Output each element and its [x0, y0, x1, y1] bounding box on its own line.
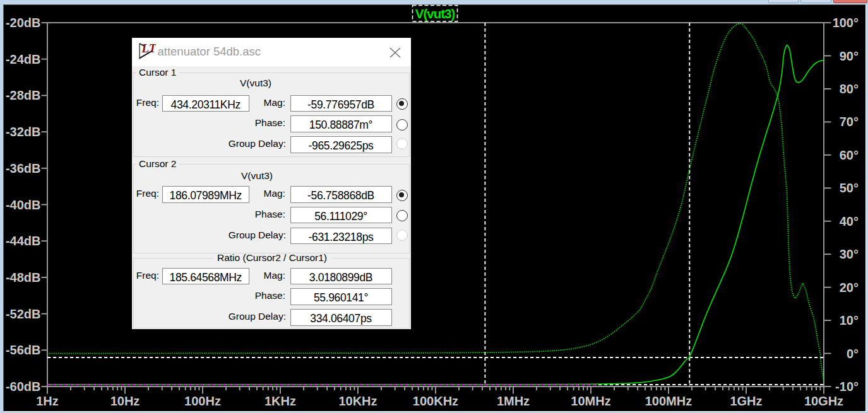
svg-text:90°: 90°: [840, 49, 859, 63]
svg-text:1MHz: 1MHz: [497, 394, 530, 408]
svg-text:-60dB: -60dB: [6, 380, 41, 393]
svg-text:10KHz: 10KHz: [338, 394, 377, 408]
svg-text:-44dB: -44dB: [6, 234, 41, 248]
svg-text:-36dB: -36dB: [6, 161, 41, 175]
svg-text:LT: LT: [141, 43, 157, 55]
svg-text:-48dB: -48dB: [6, 270, 41, 284]
svg-text:1Hz: 1Hz: [36, 394, 59, 408]
svg-text:-52dB: -52dB: [6, 307, 41, 321]
svg-text:40°: 40°: [840, 214, 859, 228]
svg-text:30°: 30°: [840, 247, 859, 261]
svg-text:-56dB: -56dB: [6, 343, 41, 357]
svg-text:-40dB: -40dB: [6, 198, 41, 212]
svg-text:0°: 0°: [847, 347, 859, 361]
svg-text:-20dB: -20dB: [6, 16, 41, 30]
svg-text:70°: 70°: [840, 115, 859, 129]
svg-text:V(vut3): V(vut3): [415, 6, 455, 21]
svg-text:10GHz: 10GHz: [804, 394, 843, 408]
svg-text:-28dB: -28dB: [6, 88, 41, 102]
svg-text:10MHz: 10MHz: [571, 394, 610, 408]
svg-text:60°: 60°: [840, 148, 859, 162]
svg-text:10°: 10°: [840, 313, 859, 327]
svg-text:10Hz: 10Hz: [110, 394, 140, 408]
svg-text:1KHz: 1KHz: [265, 394, 296, 408]
svg-text:-10°: -10°: [835, 380, 859, 393]
svg-text:-32dB: -32dB: [6, 125, 41, 139]
svg-text:50°: 50°: [840, 181, 859, 195]
svg-text:100KHz: 100KHz: [413, 394, 458, 408]
svg-text:100Hz: 100Hz: [184, 394, 221, 408]
svg-text:100°: 100°: [833, 16, 859, 30]
svg-text:100MHz: 100MHz: [645, 394, 692, 408]
svg-text:20°: 20°: [840, 281, 859, 294]
svg-text:1GHz: 1GHz: [730, 394, 762, 408]
svg-text:80°: 80°: [840, 82, 859, 96]
svg-text:-24dB: -24dB: [6, 52, 41, 66]
